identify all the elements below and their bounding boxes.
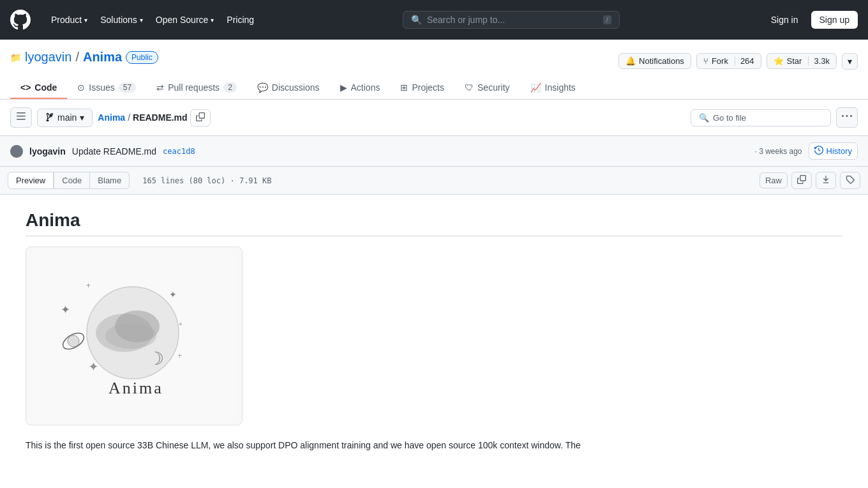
security-icon: 🛡	[465, 82, 474, 93]
tab-discussions[interactable]: 💬 Discussions	[247, 77, 330, 99]
header-search: 🔍 Search or jump to... /	[269, 11, 753, 29]
repo-header: 📁 lyogavin / Anima Public 🔔 Notification…	[0, 40, 868, 100]
svg-text:+: +	[179, 321, 183, 328]
actions-icon: ▶	[340, 82, 347, 93]
raw-button[interactable]: Raw	[760, 172, 788, 188]
copy-raw-button[interactable]	[791, 172, 812, 189]
fork-icon: ⑂	[703, 56, 708, 66]
discussions-icon: 💬	[257, 82, 268, 93]
star-icon: ⭐	[774, 56, 784, 66]
nav-open-source[interactable]: Open Source ▾	[151, 12, 220, 27]
repo-icon: 📁	[10, 52, 21, 63]
breadcrumb: Anima / README.md	[98, 109, 685, 126]
more-options-button[interactable]	[836, 107, 858, 128]
tab-issues[interactable]: ⊙ Issues 57	[67, 77, 146, 99]
code-icon: <>	[20, 82, 31, 93]
star-add-button[interactable]: ▾	[842, 53, 858, 70]
search-icon: 🔍	[699, 113, 709, 123]
branch-icon	[45, 112, 54, 123]
go-to-file-input[interactable]: 🔍 Go to file	[691, 109, 831, 126]
svg-text:+: +	[177, 351, 182, 360]
commit-author[interactable]: lyogavin	[29, 146, 66, 156]
repo-name-link[interactable]: Anima	[83, 50, 122, 65]
tab-security[interactable]: 🛡 Security	[454, 77, 520, 99]
header-actions: Sign in Sign up	[763, 11, 858, 29]
tab-blame[interactable]: Blame	[90, 172, 130, 189]
commit-hash[interactable]: ceac1d8	[163, 147, 195, 156]
notifications-button[interactable]: 🔔 Notifications	[618, 53, 691, 69]
bell-icon: 🔔	[625, 56, 636, 66]
commit-time: · 3 weeks ago	[754, 147, 802, 156]
nav-solutions[interactable]: Solutions ▾	[95, 12, 148, 27]
svg-point-13	[105, 323, 156, 349]
repo-owner-link[interactable]: lyogavin	[25, 50, 71, 65]
main-nav: Product ▾ Solutions ▾ Open Source ▾ Pric…	[46, 12, 259, 27]
breadcrumb-repo[interactable]: Anima	[98, 112, 125, 123]
tab-projects[interactable]: ⊞ Projects	[390, 77, 454, 99]
tab-preview[interactable]: Preview	[8, 172, 54, 189]
repo-path: 📁 lyogavin / Anima Public	[10, 50, 158, 65]
lines-button[interactable]	[840, 172, 860, 189]
sign-up-button[interactable]: Sign up	[811, 11, 858, 29]
svg-text:Anima: Anima	[108, 379, 163, 397]
copy-path-button[interactable]	[190, 109, 211, 126]
star-button[interactable]: ⭐ Star 3.3k	[767, 53, 837, 69]
nav-pricing[interactable]: Pricing	[221, 12, 259, 27]
history-icon	[814, 146, 823, 156]
file-view-tabs: Preview Code Blame	[8, 172, 130, 189]
commit-message: Update README.md	[72, 146, 156, 156]
tab-code[interactable]: Code	[54, 172, 90, 189]
chevron-down-icon: ▾	[80, 112, 84, 123]
site-header: Product ▾ Solutions ▾ Open Source ▾ Pric…	[0, 0, 868, 40]
tab-actions[interactable]: ▶ Actions	[330, 77, 391, 99]
commit-bar: lyogavin Update README.md ceac1d8 · 3 we…	[0, 136, 868, 167]
projects-icon: ⊞	[400, 82, 408, 93]
file-actions: Raw	[760, 172, 860, 189]
file-meta: 165 lines (80 loc) · 7.91 KB	[142, 176, 271, 185]
tab-pull-requests[interactable]: ⇄ Pull requests 2	[146, 77, 247, 99]
avatar	[10, 145, 23, 158]
svg-text:✦: ✦	[61, 303, 70, 316]
svg-text:☽: ☽	[148, 349, 164, 369]
file-body: Anima ✦ + ✦ + ✦ ☽ + ☽ Ani	[0, 195, 868, 468]
fork-button[interactable]: ⑂ Fork 264	[696, 53, 761, 69]
breadcrumb-file: README.md	[133, 112, 188, 123]
insights-icon: 📈	[530, 82, 541, 93]
tab-code[interactable]: <> Code	[10, 77, 67, 99]
repo-tabs: <> Code ⊙ Issues 57 ⇄ Pull requests 2 💬 …	[10, 77, 858, 99]
chevron-down-icon: ▾	[211, 17, 214, 24]
download-button[interactable]	[816, 172, 836, 189]
issues-icon: ⊙	[77, 82, 85, 93]
file-bar: main ▾ Anima / README.md 🔍 Go to file	[0, 100, 868, 136]
chevron-down-icon: ▾	[140, 17, 143, 24]
tab-insights[interactable]: 📈 Insights	[520, 77, 586, 99]
nav-product[interactable]: Product ▾	[46, 12, 93, 27]
history-button[interactable]: History	[809, 142, 858, 160]
readme-description: This is the first open source 33B Chines…	[26, 438, 600, 452]
svg-point-9	[68, 335, 79, 347]
visibility-badge: Public	[126, 51, 158, 64]
svg-text:✦: ✦	[169, 289, 177, 300]
github-logo[interactable]	[10, 10, 31, 30]
pr-icon: ⇄	[156, 82, 164, 93]
branch-selector[interactable]: main ▾	[37, 109, 93, 127]
search-input[interactable]: 🔍 Search or jump to... /	[403, 11, 620, 29]
search-icon: 🔍	[411, 15, 422, 25]
anima-logo-image: ✦ + ✦ + ✦ ☽ + ☽ Anima	[26, 247, 243, 425]
svg-text:+: +	[86, 281, 91, 290]
sidebar-toggle-button[interactable]	[10, 107, 32, 128]
repo-actions: 🔔 Notifications ⑂ Fork 264 ⭐ Star 3.3k ▾	[618, 53, 858, 70]
sign-in-button[interactable]: Sign in	[763, 11, 806, 28]
chevron-down-icon: ▾	[84, 17, 87, 24]
file-content-header: Preview Code Blame 165 lines (80 loc) · …	[0, 167, 868, 195]
readme-title: Anima	[26, 210, 842, 236]
